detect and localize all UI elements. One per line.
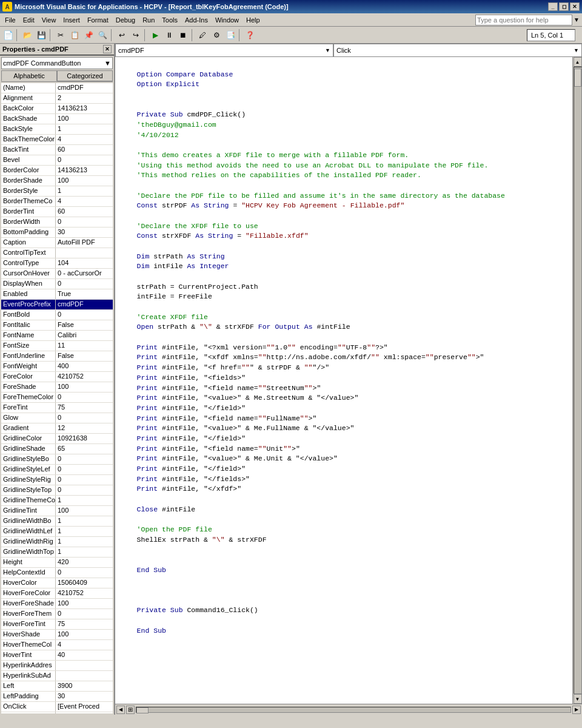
property-row[interactable]: HoverForeColor4210752 [1, 588, 113, 599]
menu-run[interactable]: Run [139, 15, 158, 25]
property-row[interactable]: BorderStyle1 [1, 186, 113, 197]
minimize-button[interactable]: _ [548, 2, 558, 11]
code-scrollbar-vertical[interactable]: ▲ ▼ [572, 57, 582, 704]
property-row[interactable]: HoverForeShade100 [1, 599, 113, 609]
property-row[interactable]: ControlType104 [1, 258, 113, 269]
property-row[interactable]: CaptionAutoFill PDF [1, 238, 113, 248]
menu-view[interactable]: View [38, 15, 60, 25]
property-row[interactable]: GridlineWidthRig1 [1, 537, 113, 547]
menu-edit[interactable]: Edit [19, 15, 38, 25]
property-row[interactable]: BackTint60 [1, 145, 113, 155]
property-row[interactable]: FontSize11 [1, 341, 113, 351]
property-row[interactable]: GridlineWidthLef1 [1, 527, 113, 537]
property-row[interactable]: GridlineStyleRig0 [1, 475, 113, 485]
property-row[interactable]: OnClick[Event Proced [1, 702, 113, 712]
code-editor[interactable]: Option Compare Database Option Explicit … [115, 57, 572, 704]
vscroll-thumb[interactable] [574, 69, 581, 87]
hscroll-thumb[interactable] [136, 707, 149, 713]
menu-help[interactable]: Help [242, 15, 264, 25]
property-row[interactable]: ForeThemeColor0 [1, 393, 113, 403]
hscroll-left-button[interactable]: ◀ [116, 706, 125, 714]
property-row[interactable]: EnabledTrue [1, 289, 113, 300]
property-row[interactable]: EventProcPrefixcmdPDF [1, 300, 113, 310]
property-row[interactable]: GridlineStyleTop0 [1, 485, 113, 496]
property-row[interactable]: FontWeight400 [1, 362, 113, 372]
tb-help-btn[interactable]: ❓ [243, 29, 256, 42]
property-row[interactable]: LeftPadding30 [1, 692, 113, 702]
property-row[interactable]: Bevel0 [1, 155, 113, 166]
properties-grid[interactable]: (Name)cmdPDFAlignment2BackColor14136213B… [1, 83, 113, 713]
property-row[interactable]: HoverShade100 [1, 630, 113, 640]
code-proc-select[interactable]: Click ▼ [333, 44, 582, 57]
property-row[interactable]: BorderWidth0 [1, 217, 113, 228]
property-row[interactable]: FontBold0 [1, 310, 113, 320]
property-row[interactable]: BackThemeColor4 [1, 135, 113, 145]
property-row[interactable]: FontUnderlineFalse [1, 351, 113, 362]
property-row[interactable]: Height420 [1, 558, 113, 568]
window-controls[interactable]: _ ◻ ✕ [548, 2, 580, 11]
properties-close-button[interactable]: ✕ [103, 45, 112, 53]
property-row[interactable]: HoverColor15060409 [1, 578, 113, 588]
split-view-button[interactable]: ⊞ [126, 706, 135, 714]
property-row[interactable]: ForeColor4210752 [1, 372, 113, 382]
property-row[interactable]: HyperlinkAddres [1, 661, 113, 671]
code-object-select[interactable]: cmdPDF ▼ [115, 44, 333, 57]
property-row[interactable]: HoverTint40 [1, 650, 113, 661]
menu-debug[interactable]: Debug [112, 15, 139, 25]
close-button[interactable]: ✕ [570, 2, 580, 11]
tb-save[interactable]: 💾 [35, 29, 48, 42]
menu-format[interactable]: Format [84, 15, 112, 25]
tb-undo[interactable]: ↩ [115, 29, 129, 42]
property-row[interactable]: BorderColor14136213 [1, 166, 113, 176]
tb-redo[interactable]: ↪ [129, 29, 142, 42]
tb-cut[interactable]: ✂ [54, 29, 67, 42]
menu-addins[interactable]: Add-Ins [181, 15, 212, 25]
property-row[interactable]: HoverForeThem0 [1, 609, 113, 619]
property-row[interactable]: ForeTint75 [1, 403, 113, 413]
menu-insert[interactable]: Insert [59, 15, 84, 25]
menu-window[interactable]: Window [212, 15, 242, 25]
property-row[interactable]: OnDblClick [1, 712, 113, 713]
restore-button[interactable]: ◻ [559, 2, 569, 11]
hscroll-track[interactable] [136, 707, 571, 713]
property-row[interactable]: BorderShade100 [1, 176, 113, 186]
vscroll-down-button[interactable]: ▼ [574, 694, 582, 704]
property-row[interactable]: Left3900 [1, 681, 113, 692]
property-row[interactable]: HoverForeTint75 [1, 619, 113, 630]
property-row[interactable]: GridlineTint100 [1, 506, 113, 516]
tb-design[interactable]: 🖊 [196, 29, 209, 42]
property-row[interactable]: BackColor14136213 [1, 104, 113, 114]
property-row[interactable]: HelpContextId0 [1, 568, 113, 578]
property-row[interactable]: BorderTint60 [1, 207, 113, 217]
tb-find[interactable]: 🔍 [96, 29, 109, 42]
tb-open[interactable]: 📂 [21, 29, 34, 42]
tb-objbrowse[interactable]: 📑 [224, 29, 237, 42]
tab-categorized[interactable]: Categorized [57, 70, 113, 81]
tb-paste[interactable]: 📌 [82, 29, 95, 42]
property-row[interactable]: Alignment2 [1, 93, 113, 104]
tb-pause[interactable]: ⏸ [162, 29, 176, 42]
property-row[interactable]: FontItalicFalse [1, 320, 113, 331]
property-row[interactable]: HoverThemeCol4 [1, 640, 113, 650]
property-row[interactable]: GridlineShade65 [1, 444, 113, 454]
property-row[interactable]: Gradient12 [1, 423, 113, 434]
tb-stop[interactable]: ⏹ [176, 29, 190, 42]
property-row[interactable]: GridlineWidthTop1 [1, 547, 113, 558]
property-row[interactable]: BackShade100 [1, 114, 113, 124]
property-row[interactable]: GridlineColor10921638 [1, 434, 113, 444]
menu-file[interactable]: File [1, 15, 19, 25]
property-row[interactable]: (Name)cmdPDF [1, 83, 113, 93]
property-row[interactable]: ForeShade100 [1, 382, 113, 393]
properties-object-select[interactable]: cmdPDF CommandButton ▼ [1, 57, 113, 69]
property-row[interactable]: DisplayWhen0 [1, 279, 113, 289]
tb-new[interactable]: 📄 [1, 29, 15, 42]
property-row[interactable]: HyperlinkSubAd [1, 671, 113, 681]
property-row[interactable]: ControlTipText [1, 248, 113, 258]
tb-copy[interactable]: 📋 [68, 29, 81, 42]
help-input[interactable] [475, 15, 572, 25]
tab-alphabetic[interactable]: Alphabetic [1, 70, 57, 81]
property-row[interactable]: BackStyle1 [1, 124, 113, 135]
menu-tools[interactable]: Tools [158, 15, 181, 25]
property-row[interactable]: GridlineThemeCo1 [1, 496, 113, 506]
property-row[interactable]: BottomPadding30 [1, 228, 113, 238]
